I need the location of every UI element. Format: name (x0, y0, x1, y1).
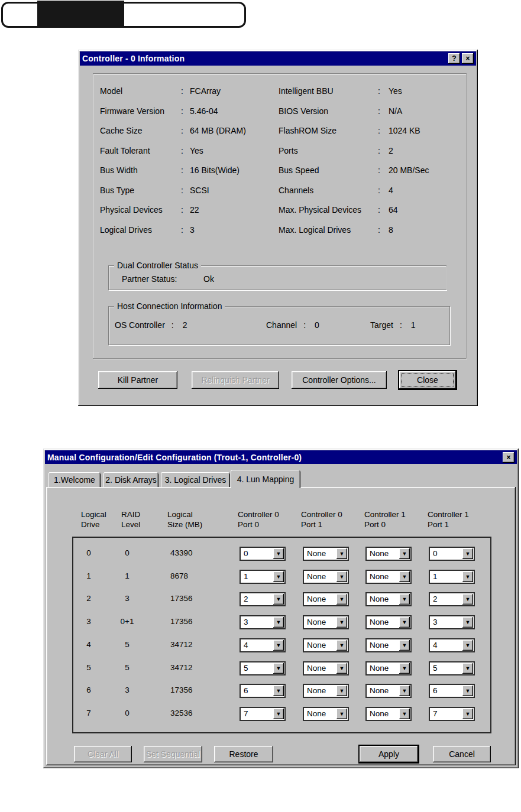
dropdown-arrow-icon[interactable]: ▼ (273, 571, 284, 582)
dropdown-arrow-icon[interactable]: ▼ (399, 548, 410, 559)
dropdown-arrow-icon[interactable]: ▼ (273, 640, 284, 651)
lun-select-controller0-port0[interactable]: 7▼ (240, 707, 286, 721)
lun-select-controller1-port0[interactable]: None▼ (365, 638, 412, 652)
dropdown-arrow-icon[interactable]: ▼ (336, 663, 347, 674)
dropdown-arrow-icon[interactable]: ▼ (399, 594, 410, 605)
lun-select-controller1-port0[interactable]: None▼ (365, 547, 412, 561)
column-header: Controller 0Port 0 (238, 509, 279, 530)
dropdown-arrow-icon[interactable]: ▼ (399, 686, 410, 696)
info-value: 64 (389, 205, 398, 215)
lun-select-controller0-port1[interactable]: None▼ (303, 707, 349, 721)
lun-selected-value: None (370, 664, 389, 673)
dropdown-arrow-icon[interactable]: ▼ (336, 709, 347, 719)
lun-select-controller1-port1[interactable]: 2▼ (429, 592, 475, 606)
lun-select-controller1-port0[interactable]: None▼ (365, 592, 412, 606)
field-value: 2 (183, 320, 187, 330)
info-value: N/A (389, 106, 402, 116)
dropdown-arrow-icon[interactable]: ▼ (462, 640, 473, 651)
field-value: 0 (315, 320, 319, 330)
dropdown-arrow-icon[interactable]: ▼ (336, 686, 347, 696)
logical-drive-cell: 2 (77, 594, 101, 603)
lun-select-controller1-port0[interactable]: None▼ (365, 570, 412, 584)
lun-select-controller0-port0[interactable]: 2▼ (240, 592, 286, 606)
apply-button[interactable]: Apply (360, 746, 418, 762)
dropdown-arrow-icon[interactable]: ▼ (462, 686, 473, 696)
dropdown-arrow-icon[interactable]: ▼ (399, 663, 410, 674)
dropdown-arrow-icon[interactable]: ▼ (336, 548, 347, 559)
tab-4-lun-mapping[interactable]: 4. Lun Mapping (231, 470, 300, 488)
close-icon[interactable]: × (462, 53, 474, 64)
lun-selected-value: 0 (433, 549, 438, 558)
dropdown-arrow-icon[interactable]: ▼ (273, 686, 284, 696)
dropdown-arrow-icon[interactable]: ▼ (462, 548, 473, 559)
close-button[interactable]: Close (399, 371, 456, 389)
column-header-line2: Port 0 (238, 519, 279, 530)
lun-select-controller0-port1[interactable]: None▼ (303, 592, 349, 606)
lun-select-controller0-port1[interactable]: None▼ (303, 547, 349, 561)
lun-select-controller0-port1[interactable]: None▼ (303, 661, 349, 675)
close-icon[interactable]: × (503, 452, 514, 463)
raid-level-cell: 0 (115, 709, 139, 717)
partner-status-value: Ok (203, 274, 214, 284)
lun-select-controller0-port0[interactable]: 0▼ (240, 547, 286, 561)
dropdown-arrow-icon[interactable]: ▼ (336, 571, 347, 582)
lun-select-controller0-port0[interactable]: 4▼ (240, 638, 286, 652)
lun-select-controller0-port0[interactable]: 1▼ (240, 570, 286, 584)
host-connection-field: OS Controller:2 (115, 320, 187, 330)
dropdown-arrow-icon[interactable]: ▼ (462, 594, 473, 605)
dropdown-arrow-icon[interactable]: ▼ (336, 594, 347, 605)
lun-select-controller1-port1[interactable]: 4▼ (429, 638, 475, 652)
field-colon: : (400, 320, 402, 330)
dropdown-arrow-icon[interactable]: ▼ (273, 709, 284, 719)
tab-3-logical-drives[interactable]: 3. Logical Drives (161, 472, 230, 487)
dropdown-arrow-icon[interactable]: ▼ (399, 571, 410, 582)
tab-1-welcome[interactable]: 1.Welcome (48, 472, 101, 487)
kill-partner-button[interactable]: Kill Partner (98, 371, 177, 389)
lun-select-controller1-port0[interactable]: None▼ (365, 707, 412, 721)
lun-select-controller0-port1[interactable]: None▼ (303, 615, 349, 629)
dropdown-arrow-icon[interactable]: ▼ (399, 640, 410, 651)
info-colon: : (378, 186, 380, 195)
dropdown-arrow-icon[interactable]: ▼ (462, 571, 473, 582)
dropdown-arrow-icon[interactable]: ▼ (273, 548, 284, 559)
logical-size-cell: 43390 (170, 548, 193, 557)
raid-level-cell: 0 (115, 548, 139, 557)
lun-select-controller1-port1[interactable]: 7▼ (429, 707, 475, 721)
dropdown-arrow-icon[interactable]: ▼ (273, 663, 284, 674)
logical-size-cell: 34712 (170, 640, 193, 649)
controller-options-button[interactable]: Controller Options... (292, 371, 387, 389)
lun-select-controller0-port1[interactable]: None▼ (303, 570, 349, 584)
dropdown-arrow-icon[interactable]: ▼ (336, 617, 347, 628)
cancel-button[interactable]: Cancel (433, 746, 491, 762)
lun-select-controller1-port1[interactable]: 6▼ (429, 684, 475, 698)
lun-select-controller1-port1[interactable]: 5▼ (429, 661, 475, 675)
dropdown-arrow-icon[interactable]: ▼ (399, 709, 410, 719)
lun-select-controller1-port1[interactable]: 3▼ (429, 615, 475, 629)
dropdown-arrow-icon[interactable]: ▼ (336, 640, 347, 651)
dropdown-arrow-icon[interactable]: ▼ (462, 663, 473, 674)
lun-selected-value: None (307, 686, 326, 695)
lun-select-controller0-port0[interactable]: 5▼ (240, 661, 286, 675)
host-connection-field: Channel:0 (266, 320, 319, 330)
lun-select-controller0-port0[interactable]: 6▼ (240, 684, 286, 698)
dropdown-arrow-icon[interactable]: ▼ (273, 594, 284, 605)
lun-select-controller0-port1[interactable]: None▼ (303, 638, 349, 652)
lun-select-controller1-port0[interactable]: None▼ (365, 615, 412, 629)
lun-select-controller0-port0[interactable]: 3▼ (240, 615, 286, 629)
help-icon[interactable]: ? (448, 53, 460, 64)
lun-selected-value: None (370, 686, 389, 695)
lun-select-controller1-port0[interactable]: None▼ (365, 684, 412, 698)
lun-select-controller0-port1[interactable]: None▼ (303, 684, 349, 698)
logical-drive-cell: 7 (77, 709, 101, 717)
dropdown-arrow-icon[interactable]: ▼ (273, 617, 284, 628)
tab-2-disk-arrays[interactable]: 2. Disk Arrays (103, 472, 158, 487)
lun-select-controller1-port0[interactable]: None▼ (365, 661, 412, 675)
lun-select-controller1-port1[interactable]: 0▼ (429, 547, 475, 561)
lun-select-controller1-port1[interactable]: 1▼ (429, 570, 475, 584)
column-header-line2: Level (121, 519, 140, 530)
dropdown-arrow-icon[interactable]: ▼ (462, 617, 473, 628)
dropdown-arrow-icon[interactable]: ▼ (462, 709, 473, 719)
dropdown-arrow-icon[interactable]: ▼ (399, 617, 410, 628)
lun-selected-value: None (307, 549, 326, 558)
restore-button[interactable]: Restore (214, 746, 273, 762)
